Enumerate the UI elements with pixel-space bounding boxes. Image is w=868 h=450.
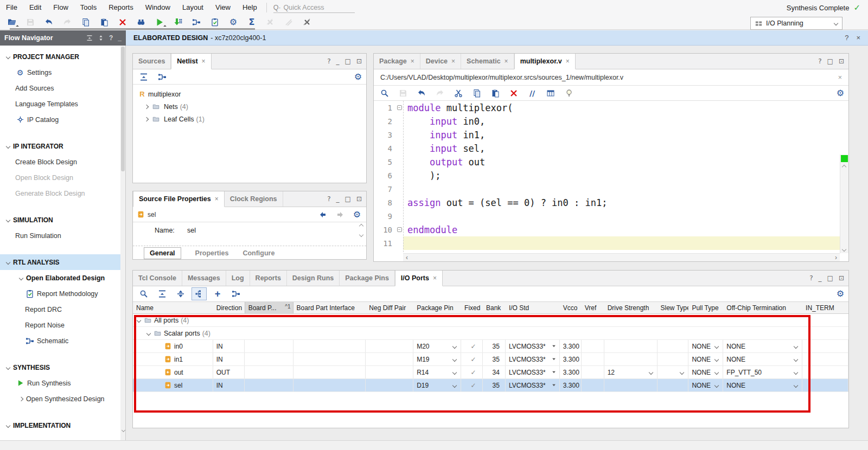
- maximize-icon[interactable]: □: [345, 57, 351, 65]
- cell-i-o-std[interactable]: LVCMOS33*: [506, 340, 560, 352]
- editor-hscrollbar[interactable]: ‹ ›: [403, 253, 840, 261]
- search-button[interactable]: [377, 87, 392, 100]
- forward-icon[interactable]: [336, 210, 344, 219]
- paste-button[interactable]: [97, 16, 112, 29]
- tab-package[interactable]: Package×: [374, 54, 420, 69]
- nav-item-language-templates[interactable]: Language Templates: [0, 96, 121, 112]
- undo-button[interactable]: [41, 16, 56, 29]
- close-icon[interactable]: ×: [411, 57, 414, 65]
- close-icon[interactable]: ×: [856, 34, 860, 42]
- dropdown-arrow-icon[interactable]: [552, 384, 556, 387]
- nav-item-open-synthesized-design[interactable]: Open Synthesized Design: [0, 391, 121, 407]
- dropdown-chevron-icon[interactable]: [452, 357, 457, 361]
- cell-package-pin[interactable]: M19: [413, 353, 461, 365]
- fixed-check-icon[interactable]: ✓: [470, 369, 476, 376]
- settings-icon[interactable]: ⚙: [837, 89, 844, 98]
- column-header-drive-strength[interactable]: Drive Strength: [604, 302, 658, 313]
- menu-edit[interactable]: Edit: [23, 0, 47, 15]
- nav-section-synthesis[interactable]: SYNTHESIS: [0, 359, 121, 375]
- scroll-down-icon[interactable]: [122, 428, 125, 432]
- fold-marker-icon[interactable]: −: [397, 227, 402, 232]
- cell-pull-type[interactable]: NONE: [688, 379, 723, 391]
- dropdown-arrow-icon[interactable]: [552, 358, 556, 361]
- close-icon[interactable]: ×: [838, 74, 842, 81]
- back-icon[interactable]: [318, 210, 327, 219]
- cell-fixed[interactable]: ✓: [461, 340, 483, 352]
- tab-netlist[interactable]: Netlist×: [171, 54, 211, 69]
- cell-fixed[interactable]: ✓: [461, 366, 483, 378]
- nav-item-report-noise[interactable]: Report Noise: [0, 317, 121, 333]
- sum-button[interactable]: Σ: [244, 16, 259, 29]
- column-header-off-chip-termination[interactable]: Off-Chip Termination: [723, 302, 802, 313]
- tab-source-file-properties[interactable]: Source File Properties×: [133, 191, 225, 207]
- layout-selector[interactable]: I/O Planning: [750, 17, 843, 30]
- fixed-check-icon[interactable]: ✓: [470, 382, 476, 389]
- delete-button[interactable]: [506, 87, 521, 100]
- tab-package-pins[interactable]: Package Pins: [340, 271, 395, 286]
- menu-tools[interactable]: Tools: [74, 0, 103, 15]
- sfp-tab-configure[interactable]: Configure: [242, 249, 275, 257]
- expand-collapse-icon[interactable]: [98, 35, 104, 41]
- dropdown-chevron-icon[interactable]: [680, 370, 684, 374]
- dropdown-chevron-icon[interactable]: [794, 344, 798, 348]
- nav-item-settings[interactable]: ⚙Settings: [0, 65, 121, 80]
- dropdown-chevron-icon[interactable]: [794, 383, 798, 387]
- tab-multiplexor-v[interactable]: multiplexor.v×: [514, 54, 576, 69]
- settings-icon[interactable]: ⚙: [837, 290, 844, 298]
- cell-drive-strength[interactable]: 12: [604, 366, 658, 378]
- comment-button[interactable]: //: [525, 87, 540, 100]
- column-header-direction[interactable]: Direction: [213, 302, 245, 313]
- column-header-name[interactable]: Name: [133, 302, 213, 313]
- fixed-check-icon[interactable]: ✓: [470, 356, 476, 363]
- dropdown-chevron-icon[interactable]: [794, 370, 798, 374]
- column-header-pull-type[interactable]: Pull Type: [688, 302, 723, 313]
- tab-log[interactable]: Log: [226, 271, 250, 286]
- nav-section-ip-integrator[interactable]: IP INTEGRATOR: [0, 138, 121, 154]
- nav-item-report-methodology[interactable]: Report Methodology: [0, 286, 121, 301]
- cell-slew-type[interactable]: [658, 366, 689, 378]
- schematic-button[interactable]: [189, 16, 204, 29]
- cut-button[interactable]: [451, 87, 466, 100]
- menu-reports[interactable]: Reports: [103, 0, 139, 15]
- collapse-all-icon[interactable]: [86, 35, 93, 41]
- nav-item-report-drc[interactable]: Report DRC: [0, 301, 121, 317]
- minimize-icon[interactable]: _: [819, 274, 822, 282]
- column-header-package-pin[interactable]: Package Pin: [413, 302, 461, 313]
- settings-icon[interactable]: ⚙: [353, 210, 361, 219]
- chevron-right-icon[interactable]: [144, 117, 149, 121]
- cell-fixed[interactable]: ✓: [461, 379, 483, 391]
- menu-view[interactable]: View: [209, 0, 237, 15]
- help-icon[interactable]: ?: [845, 34, 848, 42]
- nav-item-ip-catalog[interactable]: IP Catalog: [0, 112, 121, 127]
- step-button[interactable]: [170, 16, 186, 29]
- close-icon[interactable]: ×: [215, 195, 219, 203]
- nav-section-project-manager[interactable]: PROJECT MANAGER: [0, 49, 121, 65]
- settings-button[interactable]: ⚙: [226, 16, 241, 29]
- tab-sources[interactable]: Sources: [133, 54, 171, 69]
- maximize-icon[interactable]: □: [827, 57, 833, 65]
- maximize-icon[interactable]: □: [345, 195, 351, 203]
- column-header-slew-type[interactable]: Slew Type: [658, 302, 689, 313]
- dropdown-chevron-icon[interactable]: [714, 344, 719, 348]
- delete-button[interactable]: [115, 16, 130, 29]
- dropdown-chevron-icon[interactable]: [714, 357, 719, 361]
- dropdown-chevron-icon[interactable]: [452, 344, 457, 348]
- group-by-button[interactable]: [192, 287, 207, 300]
- menu-layout[interactable]: Layout: [176, 0, 209, 15]
- help-icon[interactable]: ?: [809, 274, 813, 282]
- column-header-bank[interactable]: Bank: [483, 302, 506, 313]
- dropdown-arrow-icon[interactable]: [552, 345, 556, 348]
- cell-i-o-std[interactable]: LVCMOS33*: [506, 379, 560, 391]
- chevron-down-icon[interactable]: [146, 331, 151, 335]
- port-row-out[interactable]: outOUTR14✓34LVCMOS33*3.30012NONEFP_VTT_5…: [133, 366, 848, 379]
- add-button[interactable]: +: [210, 287, 225, 300]
- cell-off-chip-termination[interactable]: FP_VTT_50: [723, 366, 802, 378]
- nav-item-add-sources[interactable]: Add Sources: [0, 80, 121, 96]
- tree-item-multiplexor[interactable]: Rmultiplexor: [133, 88, 366, 100]
- scroll-up-icon[interactable]: [842, 165, 846, 169]
- nav-item-schematic[interactable]: Schematic: [0, 333, 121, 349]
- column-header-vref[interactable]: Vref: [582, 302, 604, 313]
- minimize-icon[interactable]: _: [336, 195, 340, 203]
- dropdown-chevron-icon[interactable]: [648, 370, 653, 374]
- find-button[interactable]: [133, 16, 149, 29]
